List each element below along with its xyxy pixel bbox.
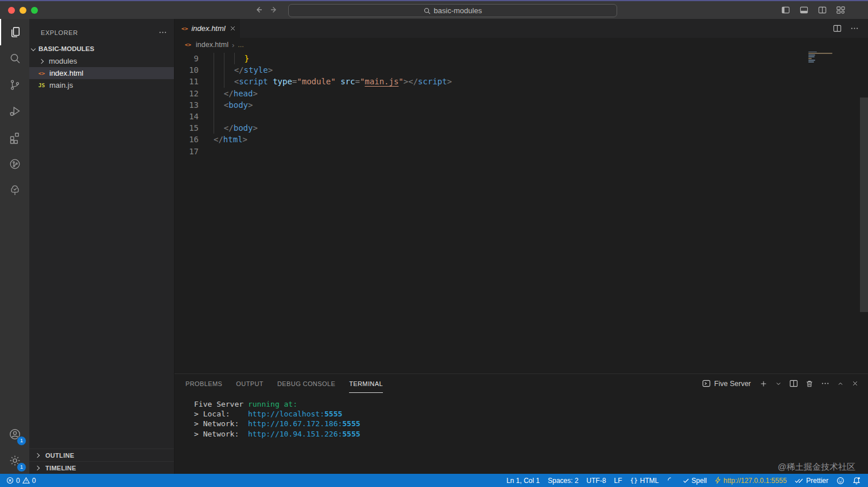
status-indentation[interactable]: Spaces: 2 <box>544 477 582 485</box>
explorer-item-modules[interactable]: modules <box>29 55 174 67</box>
close-tab-icon[interactable] <box>229 25 237 32</box>
panel-tab-debug-console[interactable]: DEBUG CONSOLE <box>277 374 335 393</box>
explorer-icon[interactable] <box>0 19 29 45</box>
status-prettier[interactable]: Prettier <box>790 477 832 485</box>
command-center-search[interactable]: basic-modules <box>288 4 617 17</box>
terminal-link[interactable]: http://10.67.172.186: <box>248 419 342 428</box>
settings-gear-icon[interactable]: 1 <box>0 447 29 474</box>
editor-scrollbar[interactable] <box>860 98 868 312</box>
extensions-icon[interactable] <box>0 124 29 151</box>
zoom-window-button[interactable] <box>31 7 38 14</box>
status-cursor-position[interactable]: Ln 1, Col 1 <box>502 477 544 485</box>
explorer-sidebar: EXPLORER BASIC-MODULES modules<>index.ht… <box>29 19 174 474</box>
minimap-line <box>808 60 815 61</box>
breadcrumb-file[interactable]: index.html <box>196 41 228 49</box>
terminal-dropdown-icon[interactable] <box>775 380 782 387</box>
accounts-icon[interactable]: 1 <box>0 421 29 447</box>
html-file-icon: <> <box>181 25 188 32</box>
split-editor-layout-icon[interactable] <box>818 6 827 14</box>
editor-more-actions-icon[interactable] <box>850 24 859 33</box>
chevron-down-icon <box>31 46 36 51</box>
timeline-section[interactable]: TIMELINE <box>29 461 174 474</box>
code-line-11[interactable]: 11<script type="module" src="main.js"></… <box>175 76 868 87</box>
panel-tab-problems[interactable]: PROBLEMS <box>185 374 222 393</box>
terminal-selector[interactable]: Five Server <box>702 379 751 388</box>
code-line-16[interactable]: 16</html> <box>175 134 868 145</box>
forward-arrow-icon[interactable] <box>269 5 278 14</box>
panel-tab-terminal[interactable]: TERMINAL <box>349 374 383 393</box>
terminal-link[interactable]: 5555 <box>342 430 360 438</box>
maximize-panel-icon[interactable] <box>837 380 844 387</box>
chevron-right-icon <box>39 59 44 63</box>
status-eol[interactable]: LF <box>610 477 626 485</box>
code-line-14[interactable]: 14 <box>175 111 868 122</box>
sidebar-title: EXPLORER <box>41 29 78 36</box>
terminal-link[interactable]: 5555 <box>342 419 360 428</box>
terminal-shell-icon <box>702 379 711 388</box>
notifications-bell-icon[interactable] <box>848 477 865 485</box>
code-line-13[interactable]: 13<body> <box>175 99 868 111</box>
new-terminal-icon[interactable] <box>760 380 768 388</box>
split-terminal-icon[interactable] <box>789 379 798 388</box>
breadcrumb-symbol[interactable]: ... <box>238 41 243 49</box>
html-file-icon: <> <box>37 70 46 76</box>
tab-index-html[interactable]: <> index.html <box>175 19 240 38</box>
terminal-text: > Network: <box>194 430 248 438</box>
indent-guide <box>214 122 224 134</box>
code-line-17[interactable]: 17 <box>175 146 868 157</box>
indent-guide <box>224 53 234 64</box>
close-panel-icon[interactable] <box>851 380 859 387</box>
code-line-15[interactable]: 15</body> <box>175 122 868 134</box>
customize-layout-icon[interactable] <box>836 6 845 14</box>
activity-bar: 1 1 <box>0 19 29 474</box>
file-label: main.js <box>49 81 73 89</box>
workspace-root-folder[interactable]: BASIC-MODULES <box>29 42 174 55</box>
minimize-window-button[interactable] <box>20 7 26 14</box>
status-spell-checker[interactable]: Spell <box>679 477 711 485</box>
code-text: </style> <box>214 64 273 76</box>
terminal-name: Five Server <box>714 380 751 388</box>
minimap[interactable] <box>808 52 835 65</box>
code-line-12[interactable]: 12</head> <box>175 88 868 99</box>
run-and-debug-icon[interactable] <box>0 98 29 124</box>
status-spinner-icon[interactable] <box>663 477 679 484</box>
panel-tab-output[interactable]: OUTPUT <box>236 374 264 393</box>
close-window-button[interactable] <box>8 7 15 14</box>
panel-more-actions-icon[interactable] <box>821 379 830 388</box>
code-line-9[interactable]: 9} <box>175 53 868 64</box>
indent-guide <box>214 99 224 111</box>
code-editor[interactable]: 9}10</style>11<script type="module" src=… <box>175 52 868 373</box>
search-text: basic-modules <box>434 6 482 15</box>
status-problems[interactable]: 0 0 <box>2 477 40 485</box>
line-number: 16 <box>175 134 199 145</box>
status-feedback-icon[interactable] <box>832 477 848 485</box>
search-sidebar-icon[interactable] <box>0 45 29 72</box>
status-five-server-url[interactable]: http://127.0.0.1:5555 <box>711 477 790 485</box>
explorer-item-index.html[interactable]: <>index.html <box>29 67 174 79</box>
explorer-more-actions-icon[interactable] <box>158 28 167 37</box>
split-editor-icon[interactable] <box>833 24 842 33</box>
todo-tree-extension-icon[interactable] <box>0 177 29 204</box>
breadcrumb[interactable]: <> index.html › ... <box>175 38 868 52</box>
terminal-link[interactable]: http://localhost: <box>248 410 324 418</box>
indent-guide <box>234 53 245 64</box>
kill-terminal-icon[interactable] <box>805 380 813 388</box>
toggle-sidebar-icon[interactable] <box>781 6 790 14</box>
terminal-link[interactable]: http://10.94.151.226: <box>248 430 342 438</box>
indent-guide <box>214 88 224 99</box>
code-line-10[interactable]: 10</style> <box>175 64 868 76</box>
outline-section[interactable]: OUTLINE <box>29 449 174 461</box>
toggle-panel-icon[interactable] <box>800 6 808 14</box>
code-text: </html> <box>214 134 247 145</box>
indent-guide <box>214 64 224 76</box>
circle-fork-extension-icon[interactable] <box>0 151 29 177</box>
source-control-icon[interactable] <box>0 72 29 98</box>
status-language-mode[interactable]: {} HTML <box>626 477 663 485</box>
status-encoding[interactable]: UTF-8 <box>583 477 610 485</box>
indent-guide <box>224 64 234 76</box>
back-arrow-icon[interactable] <box>254 5 264 14</box>
terminal-text: running at: <box>248 400 297 408</box>
terminal-link[interactable]: 5555 <box>324 410 342 418</box>
explorer-item-main.js[interactable]: JSmain.js <box>29 79 174 91</box>
terminal-output[interactable]: Five Server running at:> Local: http://l… <box>175 393 868 474</box>
